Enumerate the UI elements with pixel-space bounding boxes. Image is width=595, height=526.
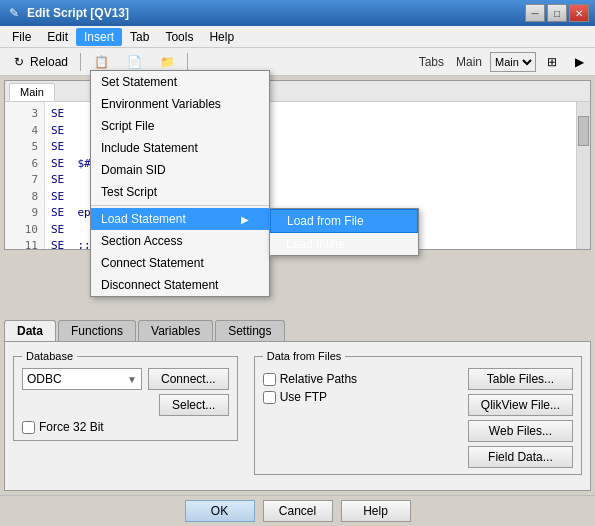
- select-button[interactable]: Select...: [159, 394, 229, 416]
- title-bar: ✎ Edit Script [QV13] ─ □ ✕: [0, 0, 595, 26]
- menu-edit[interactable]: Edit: [39, 28, 76, 46]
- reload-button[interactable]: ↻ Reload: [4, 51, 75, 73]
- toolbar-icon-6: ▶: [575, 55, 584, 69]
- toolbar-icon-btn-5[interactable]: ⊞: [540, 52, 564, 72]
- tab-select[interactable]: Main: [490, 52, 536, 72]
- toolbar-btn-3[interactable]: 📄: [119, 51, 149, 73]
- cancel-button[interactable]: Cancel: [263, 500, 333, 522]
- tab-settings[interactable]: Settings: [215, 320, 284, 341]
- relative-paths-row: Relative Paths: [263, 372, 458, 386]
- editor-tab-main[interactable]: Main: [9, 83, 55, 101]
- web-files-button[interactable]: Web Files...: [468, 420, 573, 442]
- select-field-row: Select...: [22, 394, 229, 416]
- relative-paths-label: Relative Paths: [280, 372, 357, 386]
- database-field-row: ODBC ▼ Connect...: [22, 368, 229, 390]
- toolbar-icon-3: 📄: [126, 54, 142, 70]
- line-numbers: 3456789101112: [5, 102, 45, 249]
- database-legend: Database: [22, 350, 77, 362]
- maximize-button[interactable]: □: [547, 4, 567, 22]
- force32-checkbox[interactable]: [22, 421, 35, 434]
- code-editor[interactable]: SE SE SE SE $#,##0.00)'; SE SE SE ep;Oct…: [45, 102, 576, 249]
- toolbar-separator-2: [187, 53, 188, 71]
- use-ftp-label: Use FTP: [280, 390, 327, 404]
- app-icon: ✎: [6, 5, 22, 21]
- bottom-row: Database ODBC ▼ Connect... Select...: [13, 350, 582, 475]
- menu-bar: File Edit Insert Tab Tools Help: [0, 26, 595, 48]
- combo-arrow: ▼: [127, 374, 137, 385]
- main-label: Main: [452, 55, 486, 69]
- data-files-buttons: Table Files... QlikView File... Web File…: [468, 368, 573, 468]
- scrollbar-vertical[interactable]: [576, 102, 590, 249]
- toolbar-icon-4: 📁: [159, 54, 175, 70]
- bottom-content: Database ODBC ▼ Connect... Select...: [4, 341, 591, 491]
- help-button[interactable]: Help: [341, 500, 411, 522]
- reload-label: Reload: [30, 55, 68, 69]
- tab-data[interactable]: Data: [4, 320, 56, 341]
- toolbar: ↻ Reload 📋 📄 📁 Tabs Main Main ⊞ ▶: [0, 48, 595, 76]
- use-ftp-row: Use FTP: [263, 390, 458, 404]
- database-combo[interactable]: ODBC ▼: [22, 368, 142, 390]
- use-ftp-checkbox[interactable]: [263, 391, 276, 404]
- combo-value: ODBC: [27, 372, 62, 386]
- menu-help[interactable]: Help: [201, 28, 242, 46]
- field-data-button[interactable]: Field Data...: [468, 446, 573, 468]
- tab-variables[interactable]: Variables: [138, 320, 213, 341]
- toolbar-separator: [80, 53, 81, 71]
- tabs-label: Tabs: [415, 55, 448, 69]
- editor-area: Main 3456789101112 SE SE SE SE $#,##0.00…: [0, 76, 595, 316]
- scrollbar-thumb[interactable]: [578, 116, 589, 146]
- minimize-button[interactable]: ─: [525, 4, 545, 22]
- ok-button[interactable]: OK: [185, 500, 255, 522]
- connect-button[interactable]: Connect...: [148, 368, 229, 390]
- bottom-panel: Data Functions Variables Settings Databa…: [0, 316, 595, 495]
- editor-tab-bar: Main: [5, 81, 590, 102]
- menu-insert[interactable]: Insert: [76, 28, 122, 46]
- relative-paths-checkbox[interactable]: [263, 373, 276, 386]
- editor-container: Main 3456789101112 SE SE SE SE $#,##0.00…: [4, 80, 591, 250]
- close-button[interactable]: ✕: [569, 4, 589, 22]
- data-files-legend: Data from Files: [263, 350, 346, 362]
- reload-icon: ↻: [11, 54, 27, 70]
- tab-functions[interactable]: Functions: [58, 320, 136, 341]
- bottom-tabs: Data Functions Variables Settings: [4, 320, 591, 341]
- force32-label: Force 32 Bit: [39, 420, 104, 434]
- toolbar-btn-4[interactable]: 📁: [152, 51, 182, 73]
- main-window: Main 3456789101112 SE SE SE SE $#,##0.00…: [0, 76, 595, 526]
- toolbar-icon-2: 📋: [93, 54, 109, 70]
- toolbar-icon-5: ⊞: [547, 55, 557, 69]
- toolbar-icon-btn-6[interactable]: ▶: [568, 52, 591, 72]
- window-title: Edit Script [QV13]: [27, 6, 129, 20]
- menu-tools[interactable]: Tools: [157, 28, 201, 46]
- menu-tab[interactable]: Tab: [122, 28, 157, 46]
- table-files-button[interactable]: Table Files...: [468, 368, 573, 390]
- menu-file[interactable]: File: [4, 28, 39, 46]
- force32-row: Force 32 Bit: [22, 420, 229, 434]
- toolbar-btn-2[interactable]: 📋: [86, 51, 116, 73]
- footer: OK Cancel Help: [0, 495, 595, 526]
- editor-content: 3456789101112 SE SE SE SE $#,##0.00)'; S…: [5, 102, 590, 249]
- qlikview-file-button[interactable]: QlikView File...: [468, 394, 573, 416]
